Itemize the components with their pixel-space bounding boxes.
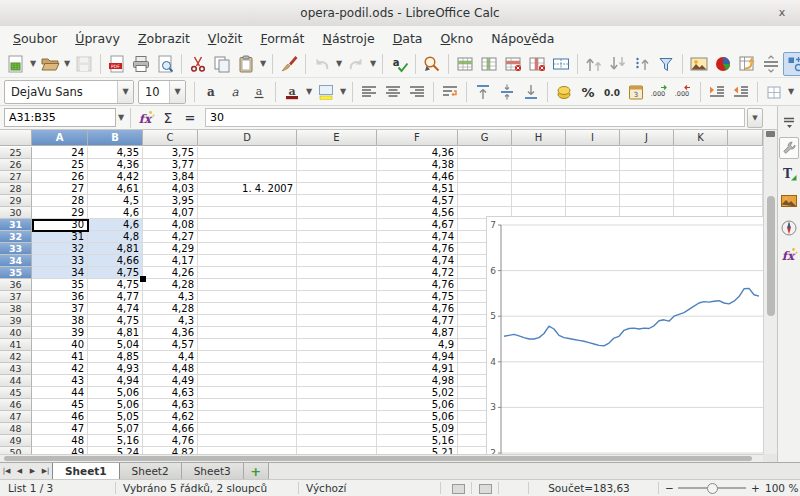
cell-B48[interactable]: 5,07	[88, 423, 143, 435]
sort-descending-button[interactable]	[606, 52, 630, 76]
cell-A35[interactable]: 34	[32, 267, 88, 279]
cell-A40[interactable]: 39	[32, 327, 88, 339]
cell-C48[interactable]: 4,66	[143, 423, 198, 435]
row-header-27[interactable]: 27	[0, 171, 32, 183]
tab-nav-first-button[interactable]: |◀	[0, 463, 13, 479]
row-header-32[interactable]: 32	[0, 231, 32, 243]
cell-E45[interactable]	[297, 387, 377, 399]
cell-I29[interactable]	[566, 195, 620, 207]
cell-L25[interactable]	[728, 147, 763, 159]
cut-button[interactable]	[186, 52, 210, 76]
cell-C36[interactable]: 4,28	[143, 279, 198, 291]
autofilter-button[interactable]	[654, 52, 678, 76]
select-all-corner[interactable]	[0, 130, 32, 146]
cell-I27[interactable]	[566, 171, 620, 183]
font-size-combobox-dropdown-icon[interactable]: ▼	[169, 81, 185, 103]
insert-image-button[interactable]	[687, 52, 711, 76]
cell-A41[interactable]: 40	[32, 339, 88, 351]
cell-D33[interactable]	[198, 243, 297, 255]
row-header-44[interactable]: 44	[0, 375, 32, 387]
format-percent-button[interactable]: %	[576, 80, 600, 104]
cell-B25[interactable]: 4,35	[88, 147, 143, 159]
insert-chart-button[interactable]	[711, 52, 735, 76]
cell-E25[interactable]	[297, 147, 377, 159]
cell-B46[interactable]: 5,06	[88, 399, 143, 411]
menu-úpravy[interactable]: Úpravy	[66, 28, 129, 49]
cell-J26[interactable]	[620, 159, 674, 171]
cell-E39[interactable]	[297, 315, 377, 327]
font-name-combobox[interactable]: DejaVu Sans▼	[4, 80, 134, 104]
cell-E47[interactable]	[297, 411, 377, 423]
cell-A28[interactable]: 27	[32, 183, 88, 195]
pivot-table-button[interactable]	[735, 52, 759, 76]
align-bottom-button[interactable]	[519, 80, 543, 104]
menu-data[interactable]: Data	[384, 28, 432, 49]
cell-F28[interactable]: 4,51	[377, 183, 458, 195]
copy-button[interactable]	[210, 52, 234, 76]
page-style[interactable]: Výchozí	[306, 482, 346, 494]
cell-B29[interactable]: 4,5	[88, 195, 143, 207]
cell-B37[interactable]: 4,77	[88, 291, 143, 303]
row-header-28[interactable]: 28	[0, 183, 32, 195]
cell-F35[interactable]: 4,72	[377, 267, 458, 279]
cell-K25[interactable]	[674, 147, 728, 159]
row-header-29[interactable]: 29	[0, 195, 32, 207]
cell-K29[interactable]	[674, 195, 728, 207]
cell-J29[interactable]	[620, 195, 674, 207]
cell-E37[interactable]	[297, 291, 377, 303]
cell-E27[interactable]	[297, 171, 377, 183]
cell-F30[interactable]: 4,56	[377, 207, 458, 219]
row-header-46[interactable]: 46	[0, 399, 32, 411]
cell-J25[interactable]	[620, 147, 674, 159]
font-color-button[interactable]: a	[280, 80, 304, 104]
cell-F27[interactable]: 4,46	[377, 171, 458, 183]
cell-B26[interactable]: 4,36	[88, 159, 143, 171]
col-header-partial[interactable]	[728, 130, 763, 146]
cell-C37[interactable]: 4,3	[143, 291, 198, 303]
cell-C32[interactable]: 4,27	[143, 231, 198, 243]
split-window-handle[interactable]	[766, 131, 775, 137]
cell-B38[interactable]: 4,74	[88, 303, 143, 315]
col-header-J[interactable]: J	[620, 130, 674, 146]
zoom-out-button[interactable]: −	[665, 482, 674, 494]
highlight-color-button[interactable]	[314, 80, 338, 104]
insert-mode-icon[interactable]	[452, 484, 465, 494]
cell-E30[interactable]	[297, 207, 377, 219]
row-header-30[interactable]: 30	[0, 207, 32, 219]
cell-E33[interactable]	[297, 243, 377, 255]
cell-G25[interactable]	[458, 147, 512, 159]
cell-F42[interactable]: 4,94	[377, 351, 458, 363]
sidebar-styles-button[interactable]: T	[779, 162, 799, 186]
cell-A42[interactable]: 41	[32, 351, 88, 363]
cell-E49[interactable]	[297, 435, 377, 447]
cell-A50[interactable]: 49	[32, 447, 88, 454]
decrease-indent-button[interactable]	[729, 80, 753, 104]
cell-D27[interactable]	[198, 171, 297, 183]
sum-info[interactable]: Součet=183,63	[530, 482, 648, 494]
cell-D31[interactable]	[198, 219, 297, 231]
cell-B34[interactable]: 4,66	[88, 255, 143, 267]
row-header-36[interactable]: 36	[0, 279, 32, 291]
cell-D45[interactable]	[198, 387, 297, 399]
borders-dropdown-icon[interactable]: ▼	[786, 80, 796, 104]
tab-nav-next-button[interactable]: ▶	[26, 463, 39, 479]
tab-nav-last-button[interactable]: ▶|	[39, 463, 52, 479]
equals-button[interactable]: =	[179, 107, 201, 129]
zoom-level[interactable]: 100 %	[765, 482, 798, 494]
row-header-50[interactable]: 50	[0, 447, 32, 454]
cell-A47[interactable]: 46	[32, 411, 88, 423]
cell-C28[interactable]: 4,03	[143, 183, 198, 195]
cell-C40[interactable]: 4,36	[143, 327, 198, 339]
undo-dropdown-icon[interactable]: ▼	[334, 52, 344, 76]
cell-F45[interactable]: 5,02	[377, 387, 458, 399]
cell-C25[interactable]: 3,75	[143, 147, 198, 159]
cell-D32[interactable]	[198, 231, 297, 243]
name-box-dropdown-icon[interactable]: ▼	[116, 106, 126, 130]
wrap-text-button[interactable]	[438, 80, 462, 104]
vertical-scrollbar[interactable]	[763, 130, 777, 454]
cell-B32[interactable]: 4,8	[88, 231, 143, 243]
row-header-31[interactable]: 31	[0, 219, 32, 231]
cell-A33[interactable]: 32	[32, 243, 88, 255]
cell-C46[interactable]: 4,63	[143, 399, 198, 411]
cell-B35[interactable]: 4,75	[88, 267, 143, 279]
